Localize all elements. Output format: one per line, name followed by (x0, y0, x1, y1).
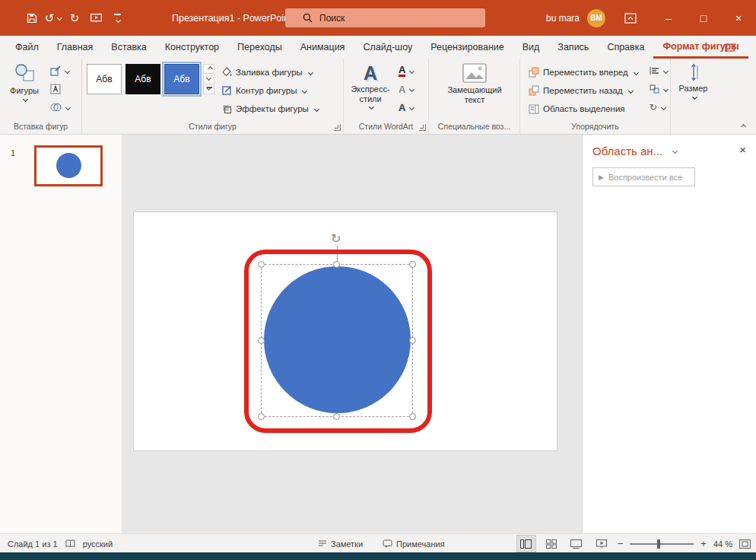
shapes-button[interactable]: Фигуры (5, 63, 44, 101)
spell-check-icon[interactable] (65, 539, 75, 548)
effects-icon (221, 103, 232, 114)
slide-sorter-icon (546, 539, 557, 549)
text-fill-button[interactable]: А (397, 63, 415, 78)
reading-view-button[interactable] (567, 536, 586, 552)
slide-counter[interactable]: Слайд 1 из 1 (8, 539, 58, 549)
group-label-shape-styles: Стили фигур (82, 120, 343, 134)
size-button[interactable]: Размер (679, 63, 708, 99)
text-effects-button[interactable]: А (397, 100, 415, 115)
alt-text-button[interactable]: Замещающий текст (444, 63, 505, 105)
share-button[interactable] (725, 42, 736, 52)
zoom-in-button[interactable]: + (700, 538, 707, 549)
selection-pane-button[interactable]: Область выделения (526, 100, 640, 118)
language-indicator[interactable]: русский (83, 539, 113, 549)
zoom-level[interactable]: 44 % (713, 539, 732, 549)
tab-help[interactable]: Справка (598, 36, 653, 59)
shape-outline-button[interactable]: Контур фигуры (219, 81, 321, 100)
rotate-icon: ↻ (650, 103, 657, 112)
wordart-a-icon: А (364, 63, 377, 83)
avatar[interactable]: BM (587, 9, 605, 27)
ribbon: Фигуры Вставка фигур А (0, 59, 756, 135)
start-slideshow-button[interactable] (87, 8, 105, 28)
quick-styles-button[interactable]: А Экспресс-стили (348, 63, 392, 109)
chevron-down-icon (308, 69, 313, 75)
bar-icon (114, 14, 121, 14)
zoom-slider-thumb[interactable] (657, 539, 660, 549)
merge-shapes-icon (50, 103, 62, 112)
chevron-down-icon (302, 88, 307, 93)
status-bar: Слайд 1 из 1 русский Заметки Примечания … (0, 533, 756, 552)
tab-slideshow[interactable]: Слайд-шоу (354, 36, 421, 59)
tab-record[interactable]: Запись (548, 36, 598, 59)
group-objects-button[interactable] (648, 81, 669, 97)
chevron-down-icon (23, 97, 28, 102)
collapse-ribbon-icon[interactable] (741, 124, 746, 129)
comments-toggle[interactable]: Примечания (383, 539, 445, 549)
rotation-handle-icon[interactable]: ↻ (331, 231, 341, 246)
bring-forward-button[interactable]: Переместить вперед (526, 63, 640, 81)
text-fill-icon: А (399, 65, 405, 77)
zoom-out-button[interactable]: − (618, 538, 624, 549)
shape-style-option-2[interactable]: Абв (125, 64, 160, 94)
redo-button[interactable]: ↻ (65, 8, 84, 28)
gallery-up-button[interactable] (203, 64, 214, 74)
save-button[interactable] (23, 8, 41, 28)
normal-view-button[interactable] (517, 536, 535, 552)
close-icon: × (735, 12, 742, 24)
dialog-launcher-icon[interactable] (419, 124, 426, 131)
chevron-down-icon[interactable] (672, 148, 678, 154)
text-outline-button[interactable]: А (397, 81, 415, 97)
text-box-button[interactable] (49, 81, 71, 97)
tab-review[interactable]: Рецензирование (421, 36, 513, 59)
minimize-button[interactable]: – (651, 0, 686, 36)
shape-effects-button[interactable]: Эффекты фигуры (219, 100, 321, 118)
merge-shapes-button[interactable] (49, 100, 71, 115)
close-pane-icon[interactable]: × (739, 145, 746, 155)
gallery-down-button[interactable] (203, 74, 214, 84)
slideshow-view-button[interactable] (592, 536, 611, 552)
tab-home[interactable]: Главная (48, 36, 103, 59)
minimize-icon: – (665, 12, 672, 24)
paint-bucket-icon (221, 67, 232, 78)
group-label-insert-shapes: Вставка фигур (0, 120, 81, 134)
gallery-more-button[interactable] (203, 84, 214, 94)
fit-to-window-icon[interactable] (739, 539, 751, 549)
tab-insert[interactable]: Вставка (102, 36, 155, 59)
zoom-slider[interactable] (630, 543, 694, 545)
notes-toggle[interactable]: Заметки (318, 539, 363, 549)
tab-design[interactable]: Конструктор (156, 36, 228, 59)
align-button[interactable] (648, 63, 669, 78)
group-wordart-styles: А Экспресс-стили А А А Стили WordArt (344, 59, 429, 134)
dialog-launcher-icon[interactable] (334, 124, 341, 131)
send-backward-button[interactable]: Переместить назад (526, 81, 640, 100)
search-input[interactable]: Поиск (285, 8, 485, 27)
shape-fill-button[interactable]: Заливка фигуры (219, 63, 321, 81)
close-button[interactable]: × (721, 0, 756, 36)
customize-qat-button[interactable] (108, 8, 126, 28)
slide-sorter-view-button[interactable] (542, 536, 561, 552)
edit-shape-button[interactable] (49, 63, 71, 78)
chevron-down-icon (628, 88, 634, 93)
editing-canvas[interactable]: ↻ (122, 135, 582, 533)
undo-icon: ↺ (45, 11, 55, 25)
tab-transitions[interactable]: Переходы (228, 36, 291, 59)
chevron-down-icon (206, 85, 211, 91)
chevron-down-icon (65, 68, 70, 73)
redo-icon: ↻ (70, 11, 80, 25)
slide-thumbnail[interactable] (34, 145, 103, 186)
shape-style-option-1[interactable]: Абв (87, 64, 122, 94)
ribbon-display-options-button[interactable] (618, 0, 643, 36)
tab-file[interactable]: Файл (6, 36, 48, 59)
shape-style-option-3-selected[interactable]: Абв (164, 64, 199, 94)
group-label-accessibility: Специальные воз... (429, 120, 519, 134)
gallery-scroll-controls (203, 64, 214, 94)
align-icon (650, 66, 659, 75)
text-effects-icon: А (399, 103, 405, 113)
undo-button[interactable]: ↺ (44, 8, 62, 28)
play-all-button[interactable]: ▶ Воспроизвести все (592, 167, 695, 186)
maximize-button[interactable]: □ (686, 0, 721, 36)
group-label-wordart: Стили WordArt (344, 120, 428, 134)
tab-view[interactable]: Вид (513, 36, 549, 59)
tab-animations[interactable]: Анимация (291, 36, 354, 59)
rotate-objects-button[interactable]: ↻ (648, 100, 669, 115)
